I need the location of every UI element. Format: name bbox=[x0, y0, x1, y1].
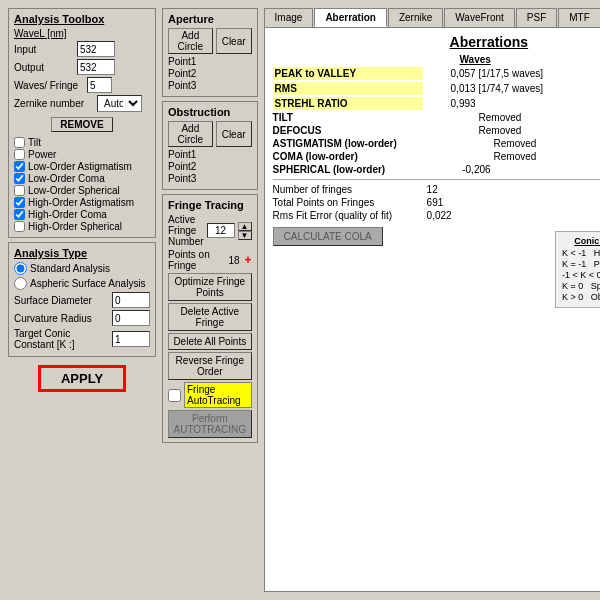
ab-header: Waves NanoMeters bbox=[273, 54, 600, 65]
standard-radio-row: Standard Analysis bbox=[14, 262, 150, 275]
low-coma-row: Low-Order Coma bbox=[14, 173, 150, 184]
zernike-select[interactable]: Auto bbox=[97, 95, 142, 112]
tilt-name: TILT bbox=[273, 112, 423, 123]
aperture-clear-button[interactable]: Clear bbox=[216, 28, 252, 54]
fringe-up-button[interactable]: ▲ bbox=[238, 222, 252, 231]
zernike-row: Zernike number Auto bbox=[14, 95, 150, 112]
coma-name: COMA (low-order) bbox=[273, 151, 438, 162]
aperture-point2: Point2 bbox=[168, 68, 252, 79]
high-coma-label: High-Order Coma bbox=[28, 209, 107, 220]
strehl-name: STREHL RATIO bbox=[273, 97, 423, 110]
low-sph-row: Low-Order Spherical bbox=[14, 185, 150, 196]
conic-row-3: K = 0 Sphere bbox=[562, 281, 600, 291]
power-checkbox[interactable] bbox=[14, 149, 25, 160]
active-fringe-input[interactable] bbox=[207, 223, 235, 238]
reverse-order-button[interactable]: Reverse Fringe Order bbox=[168, 352, 252, 380]
rms-bracket: [1/74,7 waves] bbox=[479, 83, 579, 94]
surface-diameter-row: Surface Diameter bbox=[14, 292, 150, 308]
peak-valley-nm: 30,4 nm. bbox=[582, 68, 600, 79]
obstruction-title: Obstruction bbox=[168, 106, 252, 118]
rms-nm: 7,1 nm. bbox=[582, 83, 600, 94]
tab-image[interactable]: Image bbox=[264, 8, 314, 27]
strehl-value: 0,993 bbox=[426, 98, 476, 109]
left-panel: Analysis Toolbox WaveL [nm] Input Output… bbox=[8, 8, 156, 592]
low-coma-checkbox[interactable] bbox=[14, 173, 25, 184]
conic-row-4: K > 0 Oblate Ellipsoid bbox=[562, 292, 600, 302]
rms-fit-row: Rms Fit Error (quality of fit) 0,022 bbox=[273, 210, 600, 221]
high-astig-checkbox[interactable] bbox=[14, 197, 25, 208]
spherical-name: SPHERICAL (low-order) bbox=[273, 164, 438, 175]
aberrations-title: Aberrations bbox=[273, 34, 600, 50]
high-astig-row: High-Order Astigmatism bbox=[14, 197, 150, 208]
curvature-label: Curvature Radius bbox=[14, 313, 109, 324]
ab-row-peak: PEAK to VALLEY 0,057 [1/17,5 waves] 30,4… bbox=[273, 67, 600, 80]
points-on-fringe-row: Points on Fringe 18 + bbox=[168, 249, 252, 271]
remove-button[interactable]: REMOVE bbox=[51, 117, 112, 132]
low-astig-checkbox[interactable] bbox=[14, 161, 25, 172]
low-sph-checkbox[interactable] bbox=[14, 185, 25, 196]
high-sph-checkbox[interactable] bbox=[14, 221, 25, 232]
points-on-fringe-value: 18 bbox=[228, 255, 239, 266]
curvature-row: Curvature Radius bbox=[14, 310, 150, 326]
obstruction-add-circle-button[interactable]: Add Circle bbox=[168, 121, 213, 147]
obstruction-section: Obstruction Add Circle Clear Point1 Poin… bbox=[162, 101, 258, 190]
output-field[interactable] bbox=[77, 59, 115, 75]
analysis-type-section: Analysis Type Standard Analysis Aspheric… bbox=[8, 242, 156, 357]
top-row: Analysis Toolbox WaveL [nm] Input Output… bbox=[8, 8, 592, 592]
peak-valley-value: 0,057 bbox=[426, 68, 476, 79]
apply-button[interactable]: APPLY bbox=[38, 365, 126, 392]
spherical-nm: -109,3 nm. bbox=[597, 164, 600, 175]
perform-autotrace-button[interactable]: Perform AUTOTRACING bbox=[168, 410, 252, 438]
tab-zernike[interactable]: Zernike bbox=[388, 8, 443, 27]
conic-box: Conic Constant (K) range: K < -1 Hyperbo… bbox=[555, 231, 600, 308]
ab-row-coma: COMA (low-order) Removed bbox=[273, 151, 600, 162]
waves-field[interactable] bbox=[87, 77, 112, 93]
fringe-section: Fringe Tracing Active Fringe Number ▲ ▼ … bbox=[162, 194, 258, 443]
analysis-type-title: Analysis Type bbox=[14, 247, 150, 259]
fringe-stepper: ▲ ▼ bbox=[238, 222, 252, 240]
total-points-row: Total Points on Fringes 691 bbox=[273, 197, 600, 208]
delete-all-button[interactable]: Delete All Points bbox=[168, 333, 252, 350]
autotracing-checkbox[interactable] bbox=[168, 389, 181, 402]
input-row: Input bbox=[14, 41, 150, 57]
output-row: Output bbox=[14, 59, 150, 75]
optimize-button[interactable]: Optimize Fringe Points bbox=[168, 273, 252, 301]
tab-wavefront[interactable]: WaveFront bbox=[444, 8, 515, 27]
target-conic-input[interactable] bbox=[112, 331, 150, 347]
tab-aberration[interactable]: Aberration bbox=[314, 8, 387, 27]
standard-radio[interactable] bbox=[14, 262, 27, 275]
astig-bracket: Removed bbox=[494, 138, 594, 149]
tab-bar: Image Aberration Zernike WaveFront PSF M… bbox=[264, 8, 600, 27]
cola-button[interactable]: CALCULATE COLA bbox=[273, 227, 383, 246]
peak-valley-name: PEAK to VALLEY bbox=[273, 67, 423, 80]
high-coma-checkbox[interactable] bbox=[14, 209, 25, 220]
obstruction-point3: Point3 bbox=[168, 173, 252, 184]
curvature-input[interactable] bbox=[112, 310, 150, 326]
tab-psf[interactable]: PSF bbox=[516, 8, 557, 27]
obstruction-clear-button[interactable]: Clear bbox=[216, 121, 252, 147]
conic-row-1: K = -1 Parabola bbox=[562, 259, 600, 269]
conic-row-2: -1 < K < 0 Prolate Ellipsoid bbox=[562, 270, 600, 280]
ab-row-spherical: SPHERICAL (low-order) -0,206 -109,3 nm. bbox=[273, 164, 600, 175]
tab-mtf[interactable]: MTF bbox=[558, 8, 600, 27]
defocus-name: DEFOCUS bbox=[273, 125, 423, 136]
fringe-down-button[interactable]: ▼ bbox=[238, 231, 252, 240]
input-field[interactable] bbox=[77, 41, 115, 57]
delete-active-button[interactable]: Delete Active Fringe bbox=[168, 303, 252, 331]
tilt-label: Tilt bbox=[28, 137, 41, 148]
ab-row-strehl: STREHL RATIO 0,993 bbox=[273, 97, 600, 110]
low-sph-label: Low-Order Spherical bbox=[28, 185, 120, 196]
active-fringe-label: Active Fringe Number bbox=[168, 214, 204, 247]
aperture-title: Aperture bbox=[168, 13, 252, 25]
aperture-point1: Point1 bbox=[168, 56, 252, 67]
surface-diameter-label: Surface Diameter bbox=[14, 295, 109, 306]
conic-row-0: K < -1 Hyperbola bbox=[562, 248, 600, 258]
num-fringes-label: Number of fringes bbox=[273, 184, 423, 195]
right-panel: Image Aberration Zernike WaveFront PSF M… bbox=[264, 8, 600, 592]
surface-diameter-input[interactable] bbox=[112, 292, 150, 308]
aperture-add-circle-button[interactable]: Add Circle bbox=[168, 28, 213, 54]
input-label: Input bbox=[14, 44, 74, 55]
aspheric-radio[interactable] bbox=[14, 277, 27, 290]
tilt-bracket: Removed bbox=[479, 112, 579, 123]
tilt-checkbox[interactable] bbox=[14, 137, 25, 148]
